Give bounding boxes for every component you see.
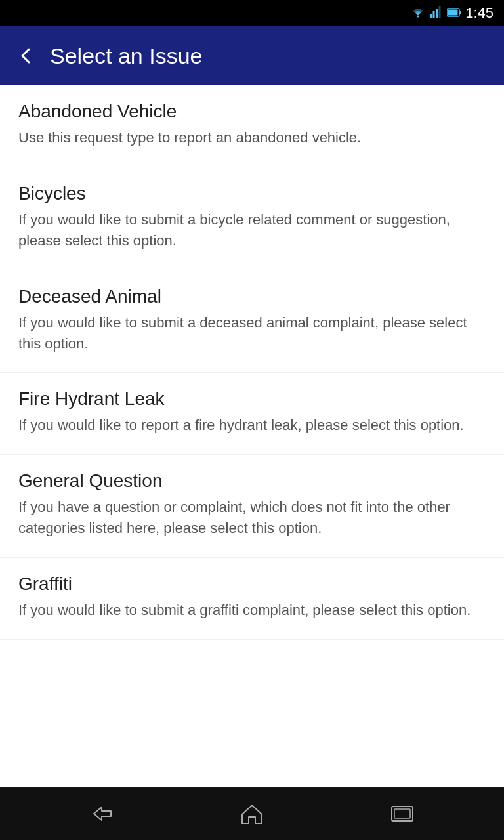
- svg-rect-4: [439, 6, 441, 18]
- issue-item-bicycles[interactable]: BicyclesIf you would like to submit a bi…: [0, 167, 504, 270]
- content-area: Abandoned VehicleUse this request type t…: [0, 85, 504, 788]
- issue-desc-deceased-animal: If you would like to submit a deceased a…: [18, 312, 486, 354]
- issue-desc-abandoned-vehicle: Use this request type to report an aband…: [18, 127, 486, 148]
- issue-desc-bicycles: If you would like to submit a bicycle re…: [18, 209, 486, 251]
- issue-title-bicycles: Bicycles: [18, 183, 486, 204]
- issue-desc-fire-hydrant-leak: If you would like to report a fire hydra…: [18, 415, 486, 436]
- issue-title-general-question: General Question: [18, 471, 486, 492]
- nav-recents-button[interactable]: [376, 794, 429, 833]
- svg-rect-9: [394, 809, 410, 818]
- status-time: 1:45: [465, 5, 494, 22]
- issue-item-abandoned-vehicle[interactable]: Abandoned VehicleUse this request type t…: [0, 85, 504, 167]
- nav-back-button[interactable]: [75, 794, 128, 833]
- issue-title-fire-hydrant-leak: Fire Hydrant Leak: [18, 388, 486, 410]
- issue-title-deceased-animal: Deceased Animal: [18, 286, 486, 307]
- issue-desc-general-question: If you have a question or complaint, whi…: [18, 497, 486, 539]
- status-bar: 1:45: [0, 0, 504, 26]
- issue-title-abandoned-vehicle: Abandoned Vehicle: [18, 101, 486, 122]
- svg-rect-6: [460, 10, 461, 14]
- issue-item-graffiti[interactable]: GraffitiIf you would like to submit a gr…: [0, 558, 504, 640]
- issue-item-general-question[interactable]: General QuestionIf you have a question o…: [0, 455, 504, 558]
- page-title: Select an Issue: [50, 43, 202, 69]
- bottom-navigation: [0, 788, 504, 840]
- back-button[interactable]: [16, 45, 37, 66]
- svg-rect-3: [436, 9, 438, 18]
- svg-rect-2: [433, 11, 435, 18]
- signal-icon: [430, 6, 443, 21]
- issue-item-fire-hydrant-leak[interactable]: Fire Hydrant LeakIf you would like to re…: [0, 373, 504, 455]
- wifi-icon: [410, 6, 426, 21]
- status-icons: 1:45: [410, 5, 494, 22]
- issue-title-graffiti: Graffiti: [18, 574, 486, 595]
- nav-home-button[interactable]: [226, 794, 278, 833]
- svg-rect-1: [430, 14, 432, 18]
- svg-rect-7: [448, 9, 458, 15]
- battery-icon: [447, 7, 461, 20]
- issues-list: Abandoned VehicleUse this request type t…: [0, 85, 504, 640]
- header: Select an Issue: [0, 26, 504, 85]
- svg-point-0: [417, 15, 419, 17]
- issue-item-deceased-animal[interactable]: Deceased AnimalIf you would like to subm…: [0, 270, 504, 373]
- issue-desc-graffiti: If you would like to submit a graffiti c…: [18, 600, 486, 621]
